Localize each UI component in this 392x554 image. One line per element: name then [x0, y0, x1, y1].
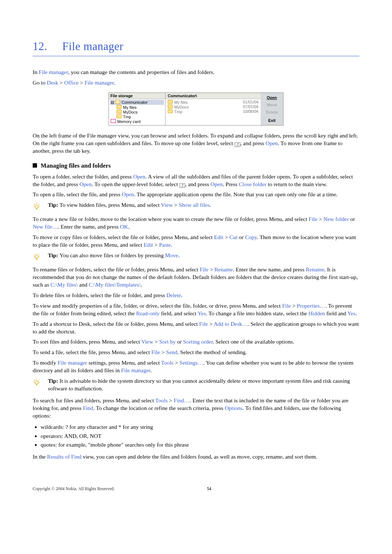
- link-file-manager: File manager: [121, 367, 151, 373]
- link-copy: Copy: [245, 234, 257, 240]
- file-manager-screenshot: File storage ⊟ Communicator My files MyD…: [109, 93, 283, 126]
- link-open: Open: [211, 181, 223, 187]
- send-paragraph: To send a file, select the file, press M…: [33, 349, 359, 356]
- ss-delete-button: Delete: [262, 108, 282, 116]
- results-paragraph: In the Results of Find view, you can ope…: [33, 453, 359, 461]
- link-open: Open: [122, 191, 134, 197]
- link-view: View: [161, 202, 173, 208]
- list-item: MyDocs07/01/04: [168, 104, 258, 109]
- memory-card-icon: [111, 119, 116, 123]
- sort-paragraph: To sort files and folders, press Menu, a…: [33, 338, 359, 346]
- page-number: 54: [207, 486, 359, 492]
- ss-move-button: Move: [262, 101, 282, 108]
- link-desk: Desk: [47, 79, 58, 86]
- link-open: Open: [266, 140, 278, 146]
- link-file-manager: File manager: [39, 69, 68, 75]
- list-item: Tmp10/06/04: [168, 109, 258, 114]
- link-path: C:\My files\: [50, 282, 78, 288]
- svg-point-2: [35, 381, 38, 384]
- link-file: File: [200, 266, 208, 272]
- list-item: My files01/01/04: [168, 100, 258, 104]
- link-edit: Edit: [214, 234, 224, 240]
- link-rename: Rename: [215, 266, 233, 272]
- find-options-list: wildcards: ? for any character and * for…: [33, 423, 359, 450]
- link-open: Open: [79, 181, 92, 187]
- link-delete: Delete: [166, 292, 181, 298]
- ss-tree-item: My files: [110, 105, 164, 110]
- tip-icon: [33, 252, 48, 262]
- tip-block-2: Tip: You can also move files or folders …: [33, 252, 359, 262]
- link-results-of-find: Results of Find: [47, 454, 82, 460]
- ss-tree-item: Tmp: [110, 114, 164, 119]
- link-rename: Rename: [306, 266, 324, 272]
- folder-icon: [117, 110, 122, 114]
- ss-softkeys: Open Move Delete Exit: [261, 93, 283, 125]
- link-office: Office: [64, 79, 78, 86]
- list-item: wildcards: ? for any character and * for…: [41, 423, 359, 432]
- find-paragraph: To search for files and folders, press M…: [33, 397, 359, 420]
- link-close-folder: Close folder: [239, 181, 266, 187]
- link-new-file: New file…: [33, 223, 58, 230]
- ss-open-button: Open: [262, 94, 282, 101]
- link-send: Send: [166, 349, 177, 355]
- after-screenshot-paragraph: On the left frame of the File manager vi…: [33, 132, 359, 155]
- tip-block-3: Tip: It is advisable to hide the system …: [33, 377, 359, 393]
- movecopy-paragraph: To move or copy files or folders, select…: [33, 234, 359, 249]
- link-file-manager: File manager: [58, 360, 87, 366]
- folder-icon: [168, 104, 173, 108]
- link-edit: Edit: [144, 242, 153, 248]
- link-view: View: [142, 338, 154, 345]
- chapter-heading: 12. File manager: [33, 40, 359, 53]
- link-paste: Paste: [159, 242, 171, 248]
- copyright-text: Copyright © 2004 Nokia. All Rights Reser…: [33, 486, 207, 492]
- link-yes: Yes: [197, 310, 206, 316]
- link-yes: Yes: [347, 310, 356, 316]
- link-settings: Settings…: [180, 360, 203, 366]
- link-add-to-desk: Add to Desk…: [214, 321, 248, 327]
- section-bullet-icon: [33, 163, 37, 168]
- folder-icon: [117, 114, 122, 118]
- link-file: File: [309, 216, 317, 222]
- link-file: File: [199, 321, 208, 327]
- folder-icon: [168, 100, 173, 104]
- intro-paragraph-2: Go to Desk > Office > File manager.: [33, 79, 359, 87]
- link-ok: OK: [120, 223, 128, 230]
- link-sorting-order: Sorting order: [183, 338, 213, 345]
- ss-tree-item: MyDocs: [110, 110, 164, 114]
- tip-icon: [33, 377, 48, 387]
- up-folder-icon: ⮥: [179, 183, 185, 188]
- delete-paragraph: To delete files or folders, select the f…: [33, 292, 359, 299]
- ss-exit-button: Exit: [262, 117, 282, 124]
- link-hidden: Hidden: [309, 310, 325, 316]
- link-new-folder: New folder: [323, 216, 349, 222]
- link-tools: Tools: [155, 397, 168, 403]
- link-sort-by: Sort by: [159, 338, 176, 345]
- link-read-only: Read-only: [136, 310, 160, 316]
- ss-left-pane: File storage ⊟ Communicator My files MyD…: [109, 93, 166, 125]
- link-file-manager: File manager: [85, 79, 114, 86]
- link-file: File: [151, 349, 160, 355]
- chapter-title: File manager: [62, 40, 124, 53]
- ss-mid-header: Communicator\: [166, 93, 261, 99]
- adddesk-paragraph: To add a shortcut to Desk, select the fi…: [33, 320, 359, 336]
- link-path: C:\My files\Templates\: [89, 282, 141, 288]
- link-tools: Tools: [161, 360, 173, 366]
- link-file: File: [282, 303, 291, 309]
- link-cut: Cut: [229, 234, 237, 240]
- link-properties: Properties…: [297, 303, 325, 309]
- link-show-all-files: Show all files: [179, 202, 209, 208]
- settings-paragraph: To modify File manager settings, press M…: [33, 359, 359, 374]
- tip-text: Tip: You can also move files or folders …: [48, 252, 359, 259]
- link-move: Move: [165, 252, 178, 258]
- up-folder-icon: ⮥: [234, 142, 240, 147]
- tip-text: Tip: It is advisable to hide the system …: [48, 377, 359, 393]
- tip-text: Tip: To view hidden files, press Menu, a…: [48, 201, 359, 209]
- props-paragraph: To view and modify properties of a file,…: [33, 302, 359, 317]
- rename-paragraph: To rename files or folders, select the f…: [33, 266, 359, 289]
- tip-icon: [33, 201, 48, 211]
- list-item: quotes: for example, "mobile phone" sear…: [41, 440, 359, 450]
- section-title-managing: Managing files and folders: [33, 162, 359, 169]
- chapter-divider: [33, 56, 359, 56]
- link-options: Options: [225, 405, 242, 411]
- page-footer: Copyright © 2004 Nokia. All Rights Reser…: [33, 486, 359, 492]
